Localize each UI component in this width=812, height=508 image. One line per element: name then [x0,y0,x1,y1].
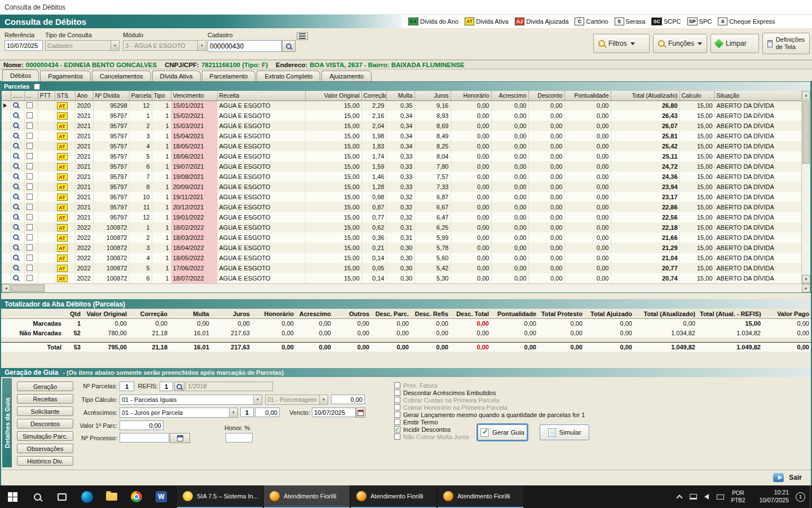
notification-badge[interactable]: 1 [796,492,805,502]
scroll-right-button[interactable]: ► [802,284,810,292]
checkbox-box[interactable] [394,411,400,418]
taskbar-clock[interactable]: 10:21 10/07/2025 [749,489,791,504]
vertical-scrollbar[interactable]: ▲ ▼ [801,91,810,283]
grid-column-header[interactable]: PTT [38,91,55,100]
chrome-button[interactable] [124,485,149,508]
parcelas-select-all-checkbox[interactable] [34,84,40,90]
acrescimos-select[interactable]: 01 - Juros por Parcela ▼ [120,408,238,418]
row-detail-magnifier-icon[interactable] [13,194,19,199]
row-select-checkbox[interactable] [27,102,33,108]
geracao-side-button[interactable]: Descontos [17,419,73,428]
keyboard-tray-icon[interactable] [713,485,727,508]
horizontal-scrollbar[interactable]: ◄ ► [2,283,810,292]
debit-row[interactable]: AT 2022 100872 6 1 18/07/2022 AGUA E ESG… [2,273,801,283]
geracao-side-button[interactable]: Geração [17,382,73,391]
debit-row[interactable]: AT 2021 95797 11 1 20/12/2021 AGUA E ESG… [2,202,801,212]
debit-row[interactable]: AT 2021 95797 12 1 19/01/2022 AGUA E ESG… [2,212,801,222]
grid-column-header[interactable]: Total (Atualizado) [611,91,679,100]
grid-column-header[interactable]: Honorário [451,91,491,100]
processo-calc-button[interactable] [170,433,190,443]
geracao-checkbox[interactable]: Descontar Acréscimos Embutidos [394,389,585,396]
taskbar-app-button[interactable]: SIA 7.5 – Sistema In... [177,485,263,508]
grid-column-header[interactable]: Calculo [679,91,714,100]
row-detail-magnifier-icon[interactable] [13,102,19,108]
grid-column-header[interactable]: Parcela [129,91,152,100]
network-tray-icon[interactable] [686,485,700,508]
grid-column-header[interactable]: Valor Original [305,91,361,100]
tab-Parcelamento[interactable]: Parcelamento [202,71,256,81]
grid-column-header[interactable]: Pontualidade [564,91,611,100]
porcentagem-num-input[interactable] [331,395,365,404]
debit-row[interactable]: AT 2021 95797 7 1 19/08/2021 AGUA E ESGO… [2,172,801,182]
porcentagem-select[interactable]: 01 - Porcentagem ▼ [265,395,328,405]
row-select-checkbox[interactable] [27,183,33,190]
grid-column-header[interactable]: Nº Divida [93,91,129,100]
debit-row[interactable]: AT 2022 100872 1 1 18/02/2022 AGUA E ESG… [2,222,801,233]
row-detail-magnifier-icon[interactable] [13,255,19,260]
checkbox-box[interactable] [394,419,400,425]
simular-button[interactable]: Simular [540,424,589,440]
row-select-checkbox[interactable] [27,265,33,271]
row-select-checkbox[interactable] [27,153,33,159]
debit-row[interactable]: AT 2021 95797 2 1 15/03/2021 AGUA E ESGO… [2,121,801,131]
tab-Débitos[interactable]: Débitos [2,69,39,81]
acrescimos-num-input[interactable] [255,408,280,417]
row-select-checkbox[interactable] [27,163,33,169]
tab-Cancelamentos[interactable]: Cancelamentos [92,71,151,81]
row-detail-magnifier-icon[interactable] [13,214,19,220]
row-select-checkbox[interactable] [27,173,33,179]
debit-row[interactable]: AT 2021 95797 5 1 18/06/2021 AGUA E ESGO… [2,151,801,161]
debit-row[interactable]: AT 2021 95797 4 1 18/05/2021 AGUA E ESGO… [2,141,801,151]
row-select-checkbox[interactable] [27,194,33,200]
chevron-down-icon[interactable]: ▼ [253,395,262,404]
grid-column-header[interactable]: ...... [11,91,24,100]
row-select-checkbox[interactable] [27,214,33,220]
checkbox-box[interactable] [394,397,400,403]
row-select-checkbox[interactable] [27,133,33,139]
start-button[interactable] [0,485,25,508]
geracao-side-button[interactable]: Histórico Div. [17,456,73,466]
row-select-checkbox[interactable] [27,234,33,240]
grid-column-header[interactable]: Ano [75,91,93,100]
row-detail-magnifier-icon[interactable] [13,163,19,169]
acrescimos-qtd-input[interactable] [240,408,254,417]
cadastro-search-button[interactable] [282,40,295,52]
geracao-side-button[interactable]: Receitas [17,394,73,404]
debit-row[interactable]: AT 2022 100872 2 1 18/03/2022 AGUA E ESG… [2,233,801,243]
row-detail-magnifier-icon[interactable] [13,122,19,128]
grid-column-header[interactable]: Vencimento [171,91,217,100]
row-detail-magnifier-icon[interactable] [13,224,19,230]
word-button[interactable] [149,485,174,508]
vertical-scroll-thumb[interactable] [802,100,810,164]
checkbox-box[interactable] [394,433,400,440]
scroll-left-button[interactable]: ◄ [2,284,10,292]
row-select-checkbox[interactable] [27,122,33,129]
debit-row[interactable]: AT 2022 100872 4 1 18/05/2022 AGUA E ESG… [2,253,801,263]
debit-row[interactable]: AT 2022 100872 5 1 17/06/2022 AGUA E ESG… [2,263,801,273]
grid-column-header[interactable]: ... [24,91,38,100]
chevron-down-icon[interactable]: ▼ [319,395,328,404]
taskbar-app-button[interactable]: Atendimento Fiorilli [351,485,436,508]
scroll-up-button[interactable]: ▲ [802,91,810,99]
row-select-checkbox[interactable] [27,244,33,251]
row-detail-magnifier-icon[interactable] [13,173,19,179]
grid-column-header[interactable]: Situação [714,91,801,100]
geracao-checkbox[interactable]: Cobrar Honorário na Primeira Parcela [394,404,585,411]
sair-button[interactable]: Sair [770,472,805,483]
chevron-down-icon[interactable]: ▼ [229,408,237,417]
row-detail-magnifier-icon[interactable] [13,153,19,159]
funcoes-button[interactable]: Funções [653,34,707,53]
scroll-down-button[interactable]: ▼ [802,275,810,283]
limpar-button[interactable]: Limpar [710,34,759,53]
horizontal-scroll-thumb[interactable] [11,284,45,292]
row-detail-magnifier-icon[interactable] [13,204,19,209]
refis-input[interactable] [160,382,173,391]
row-detail-magnifier-icon[interactable] [13,265,19,270]
row-detail-magnifier-icon[interactable] [13,244,19,250]
language-indicator[interactable]: POR PTB2 [727,489,749,504]
honor-input[interactable] [226,433,253,443]
task-view-button[interactable] [50,485,74,508]
detalhes-guia-tab[interactable]: Detalhes da Guia [2,378,12,467]
grid-column-header[interactable]: Correção [361,91,386,100]
debit-row[interactable]: AT 2021 95797 8 1 20/09/2021 AGUA E ESGO… [2,182,801,192]
